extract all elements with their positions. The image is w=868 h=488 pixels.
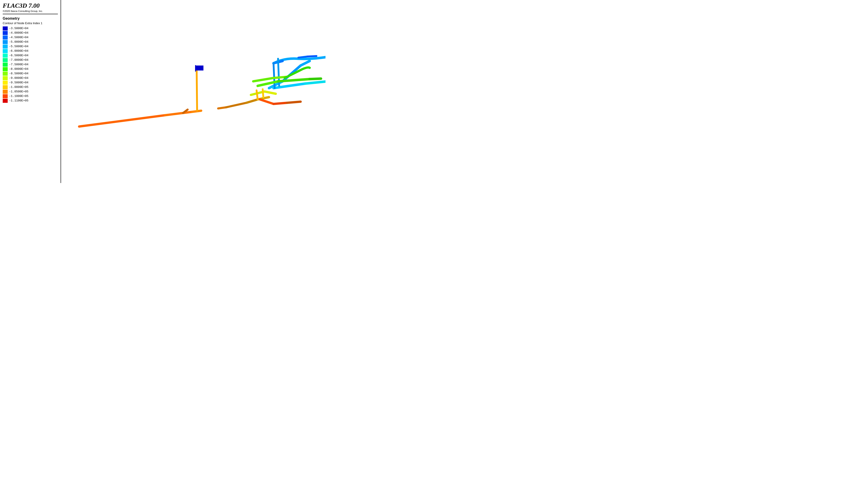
visualization [61,0,326,183]
legend-item: -4.5000E+04 [3,35,58,40]
legend-item: -1.0000E+05 [3,85,58,90]
legend-item: -8.5000E+04 [3,71,58,76]
legend-value-text: -5.0000E+04 [9,40,29,43]
svg-line-34 [298,57,307,58]
copyright-text: ©2020 Itasca Consulting Group, Inc. [3,10,58,12]
legend-value-text: -1.1100E+05 [9,99,29,102]
legend-color-swatch [3,72,8,76]
svg-rect-0 [61,0,326,183]
contour-label: Contour of Node Extra Index 1 [3,22,58,25]
legend-item: -4.0000E+04 [3,31,58,35]
legend-value-text: -8.5000E+04 [9,72,29,75]
legend-color-swatch [3,94,8,98]
legend-item: -7.0000E+04 [3,58,58,62]
svg-line-20 [274,63,275,88]
legend-value-text: -3.5000E+04 [9,27,29,30]
legend: -3.5000E+04-4.0000E+04-4.5000E+04-5.0000… [3,26,58,103]
divider [3,14,58,14]
legend-value-text: -5.5000E+04 [9,45,29,48]
legend-item: -3.5000E+04 [3,26,58,31]
legend-value-text: -9.0000E+04 [9,76,29,80]
svg-rect-5 [195,66,204,70]
left-panel: FLAC3D 7.00 ©2020 Itasca Consulting Grou… [0,0,61,183]
legend-color-swatch [3,63,8,67]
legend-color-swatch [3,80,8,85]
legend-color-swatch [3,49,8,53]
legend-color-swatch [3,67,8,71]
legend-value-text: -1.1000E+05 [9,94,29,98]
svg-line-8 [218,107,226,108]
legend-color-swatch [3,44,8,48]
svg-line-30 [274,103,287,104]
legend-value-text: -1.0000E+05 [9,86,29,89]
svg-line-33 [263,89,264,97]
legend-item: -1.1100E+05 [3,98,58,103]
legend-value-text: -4.5000E+04 [9,36,29,39]
legend-color-swatch [3,99,8,103]
legend-color-swatch [3,26,8,31]
legend-item: -7.5000E+04 [3,62,58,67]
legend-item: -5.0000E+04 [3,40,58,44]
svg-line-32 [256,90,258,99]
legend-color-swatch [3,40,8,44]
section-label: Geometry [3,17,58,21]
legend-value-text: -6.0000E+04 [9,49,29,53]
legend-color-swatch [3,76,8,80]
legend-color-swatch [3,35,8,39]
legend-item: -6.0000E+04 [3,49,58,53]
legend-color-swatch [3,54,8,58]
legend-item: -1.1000E+05 [3,94,58,98]
svg-line-35 [307,56,316,57]
legend-item: -5.5000E+04 [3,44,58,49]
legend-color-swatch [3,85,8,89]
legend-item: -8.0000E+04 [3,67,58,71]
svg-line-24 [310,78,321,79]
legend-value-text: -1.0500E+05 [9,90,29,93]
legend-item: -9.5000E+04 [3,80,58,85]
legend-value-text: -4.0000E+04 [9,31,29,35]
legend-value-text: -6.5000E+04 [9,54,29,57]
legend-value-text: -9.5000E+04 [9,81,29,84]
legend-item: -6.5000E+04 [3,53,58,58]
legend-value-text: -7.0000E+04 [9,58,29,62]
legend-value-text: -7.5000E+04 [9,63,29,66]
legend-item: -9.0000E+04 [3,76,58,80]
svg-line-31 [287,102,301,103]
legend-color-swatch [3,31,8,35]
main-panel [61,0,326,183]
legend-color-swatch [3,90,8,94]
app-title: FLAC3D 7.00 [3,2,58,9]
svg-line-4 [197,70,197,111]
legend-item: -1.0500E+05 [3,90,58,94]
legend-color-swatch [3,58,8,62]
legend-value-text: -8.0000E+04 [9,67,29,71]
